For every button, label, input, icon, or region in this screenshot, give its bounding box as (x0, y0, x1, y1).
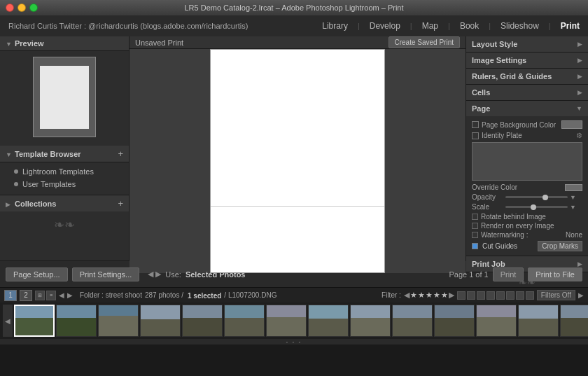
flag-6[interactable] (506, 291, 514, 300)
flag-5[interactable] (496, 291, 505, 300)
flag-7[interactable] (516, 291, 524, 300)
film-photo-9[interactable] (350, 305, 391, 337)
create-saved-print-button[interactable]: Create Saved Print (388, 36, 461, 48)
page-content: Page Background Color Identity Plate ⚙ O… (466, 116, 588, 256)
maximize-button[interactable] (29, 4, 38, 12)
star-5[interactable]: ★ (433, 291, 440, 300)
flag-2[interactable] (467, 291, 475, 300)
minimize-button[interactable] (18, 4, 26, 12)
flag-icons (457, 291, 534, 300)
nav-library[interactable]: Library (322, 21, 348, 31)
film-photo-1[interactable] (14, 305, 55, 337)
nav-divider-1: | (358, 22, 360, 30)
flag-1[interactable] (457, 291, 465, 300)
filmstrip-handle[interactable]: • • • (0, 339, 588, 344)
film-photo-13[interactable] (518, 305, 559, 337)
scale-thumb (531, 204, 536, 210)
stars-row: ◀ ★ ★ ★ ★ ★ ▶ (404, 291, 454, 300)
nav-map[interactable]: Map (422, 21, 438, 31)
star-3[interactable]: ★ (418, 291, 425, 300)
filter-label: Filter : (382, 291, 401, 299)
film-photo-12[interactable] (476, 305, 517, 337)
film-photo-11[interactable] (434, 305, 475, 337)
override-color-swatch[interactable] (565, 184, 582, 191)
print-settings-button[interactable]: Print Settings... (72, 267, 140, 281)
layout-style-header[interactable]: Layout Style ▶ (466, 36, 588, 52)
film-photo-10[interactable] (392, 305, 433, 337)
user-templates-label: User Templates (22, 180, 76, 188)
right-panel: Layout Style ▶ Image Settings ▶ Rulers, … (465, 36, 588, 260)
bg-color-checkbox[interactable] (472, 121, 479, 128)
cells-section: Cells ▶ (466, 85, 588, 101)
prev-photo-icon[interactable]: ◀ (148, 270, 153, 279)
nav-book[interactable]: Book (460, 21, 479, 31)
scale-slider[interactable] (505, 206, 568, 208)
template-add-icon[interactable]: + (118, 148, 123, 159)
next-filmstrip-icon[interactable]: ▶ (67, 291, 73, 299)
collections-label: Collections (15, 200, 56, 208)
template-browser-label: Template Browser (15, 150, 81, 158)
lightroom-templates-item[interactable]: Lightroom Templates (0, 165, 129, 178)
page-header[interactable]: Page ▼ (466, 101, 588, 116)
identity-plate-area (472, 142, 582, 181)
rotate-checkbox[interactable] (472, 214, 478, 220)
film-photo-6[interactable] (224, 305, 265, 337)
star-4[interactable]: ★ (426, 291, 433, 300)
center-toolbar: Unsaved Print Create Saved Print (130, 36, 465, 49)
collections-add-icon[interactable]: + (118, 198, 123, 209)
bg-color-swatch[interactable] (561, 120, 582, 129)
opacity-slider[interactable] (505, 196, 568, 198)
center-area: Unsaved Print Create Saved Print (130, 36, 465, 260)
collections-header[interactable]: ▶ Collections + (0, 195, 129, 211)
cells-header[interactable]: Cells ▶ (466, 85, 588, 100)
scale-row: Scale ▼ (472, 203, 582, 211)
list-view-icon[interactable]: ≡ (46, 291, 56, 300)
template-arrow-icon: ▼ (6, 151, 11, 157)
star-7[interactable]: ▶ (449, 291, 454, 300)
nav-print[interactable]: Print (561, 21, 580, 31)
film-photo-14[interactable] (560, 305, 588, 337)
grid-view-icon[interactable]: ⊞ (35, 291, 45, 300)
flag-3[interactable] (477, 291, 485, 300)
rulers-header[interactable]: Rulers, Grid & Guides ▶ (466, 69, 588, 84)
nav-slideshow[interactable]: Slideshow (500, 21, 539, 31)
filmstrip-tab-2[interactable]: 2 (20, 290, 32, 301)
opacity-value: ▼ (570, 194, 582, 201)
print-buttons: Print Print to File (493, 267, 582, 281)
layout-style-arrow: ▶ (578, 41, 582, 48)
filmstrip-tab-1[interactable]: 1 (4, 290, 17, 301)
next-photo-icon[interactable]: ▶ (155, 270, 161, 279)
flag-8[interactable] (526, 291, 534, 300)
filters-off-label[interactable]: Filters Off (537, 290, 575, 300)
bullet-icon (14, 169, 18, 174)
preview-section-header[interactable]: ▼ Preview (0, 36, 129, 51)
flag-4[interactable] (486, 291, 495, 300)
film-photo-2[interactable] (56, 305, 97, 337)
print-button[interactable]: Print (493, 267, 524, 281)
prev-filmstrip-icon[interactable]: ◀ (59, 291, 64, 299)
film-photo-4[interactable] (140, 305, 181, 337)
cut-guides-checkbox[interactable] (472, 243, 478, 249)
nav-develop[interactable]: Develop (370, 21, 400, 31)
filmstrip-prev-arrow[interactable]: ◀ (3, 305, 13, 337)
print-to-file-button[interactable]: Print to File (528, 267, 582, 281)
identity-plate-checkbox[interactable] (472, 132, 479, 139)
image-settings-header[interactable]: Image Settings ▶ (466, 53, 588, 68)
film-photo-3[interactable] (98, 305, 139, 337)
page-setup-button[interactable]: Page Setup... (6, 267, 68, 281)
film-photo-5[interactable] (182, 305, 223, 337)
star-6[interactable]: ★ (441, 291, 448, 300)
render-every-checkbox[interactable] (472, 223, 478, 229)
crop-marks-button[interactable]: Crop Marks (538, 241, 582, 251)
close-button[interactable] (6, 4, 14, 12)
filmstrip-settings-icon[interactable]: ▶ (578, 291, 584, 299)
user-templates-item[interactable]: User Templates (0, 178, 129, 190)
film-photo-7[interactable] (266, 305, 307, 337)
watermark-checkbox[interactable] (472, 232, 478, 238)
opacity-thumb (542, 195, 548, 200)
star-2[interactable]: ★ (410, 291, 417, 300)
file-name: / L1007200.DNG (224, 291, 276, 299)
template-browser-header[interactable]: ▼ Template Browser + (0, 146, 129, 162)
film-photo-8[interactable] (308, 305, 349, 337)
star-1[interactable]: ◀ (404, 291, 410, 300)
